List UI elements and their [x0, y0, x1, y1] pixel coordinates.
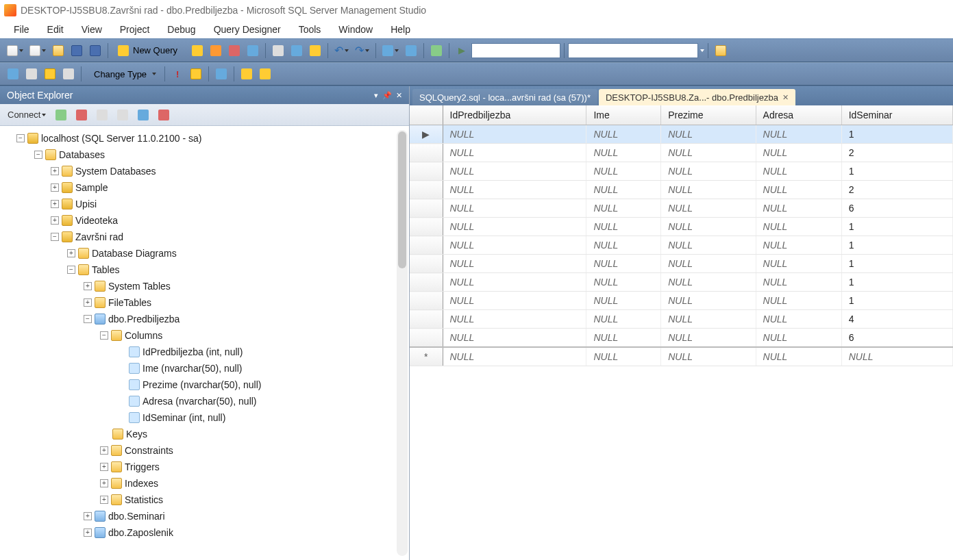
- tree-diagrams-node[interactable]: +Database Diagrams: [4, 245, 406, 262]
- tree-indexes-node[interactable]: +Indexes: [4, 475, 406, 492]
- column-header[interactable]: IdSeminar: [841, 105, 952, 125]
- column-header[interactable]: Ime: [586, 105, 661, 125]
- cell[interactable]: NULL: [443, 310, 586, 329]
- expand-icon[interactable]: +: [67, 249, 75, 257]
- tree-constraints-node[interactable]: +Constraints: [4, 442, 406, 459]
- query-dmx-icon[interactable]: [225, 42, 243, 60]
- tree-file-tables-node[interactable]: +FileTables: [4, 294, 406, 311]
- cell[interactable]: NULL: [586, 236, 661, 255]
- new-row[interactable]: *NULLNULLNULLNULLNULL: [410, 347, 953, 366]
- tree-db-node[interactable]: +Sample: [4, 179, 406, 196]
- query-de-icon[interactable]: [188, 42, 206, 60]
- tree-server-node[interactable]: −localhost (SQL Server 11.0.2100 - sa): [4, 130, 406, 147]
- table-row[interactable]: NULLNULLNULLNULL2: [410, 181, 953, 199]
- connect-button[interactable]: Connect: [4, 106, 49, 124]
- add-new-derived-button[interactable]: [256, 65, 274, 83]
- cell[interactable]: NULL: [443, 199, 586, 218]
- cell[interactable]: NULL: [661, 236, 756, 255]
- cell[interactable]: 1: [841, 218, 952, 236]
- new-project-button[interactable]: [4, 42, 26, 60]
- collapse-icon[interactable]: −: [34, 151, 42, 159]
- column-header[interactable]: Adresa: [756, 105, 841, 125]
- menu-debug[interactable]: Debug: [159, 22, 203, 37]
- tab-sqlquery[interactable]: SQLQuery2.sql - loca...avršni rad (sa (5…: [412, 89, 597, 105]
- cell[interactable]: NULL: [756, 347, 841, 366]
- table-row[interactable]: NULLNULLNULLNULL1: [410, 292, 953, 310]
- nav-fwd-button[interactable]: [402, 42, 420, 60]
- row-selector[interactable]: [410, 255, 443, 273]
- paste-button[interactable]: [306, 42, 324, 60]
- cell[interactable]: NULL: [586, 292, 661, 310]
- add-groupby-button[interactable]: [212, 65, 230, 83]
- cell[interactable]: NULL: [661, 218, 756, 236]
- tree-tables-node[interactable]: −Tables: [4, 262, 406, 278]
- collapse-icon[interactable]: −: [67, 266, 75, 274]
- delete-oe-icon[interactable]: [155, 106, 173, 124]
- tree-databases-node[interactable]: −Databases: [4, 147, 406, 163]
- cell[interactable]: 6: [841, 199, 952, 218]
- expand-icon[interactable]: +: [100, 463, 108, 471]
- cell[interactable]: NULL: [756, 162, 841, 181]
- cell[interactable]: NULL: [661, 329, 756, 348]
- change-type-button[interactable]: Change Type: [85, 65, 161, 83]
- cell[interactable]: 2: [841, 181, 952, 199]
- expand-icon[interactable]: +: [84, 298, 92, 307]
- row-selector[interactable]: [410, 144, 443, 162]
- menu-query-designer[interactable]: Query Designer: [206, 22, 289, 37]
- cell[interactable]: NULL: [586, 162, 661, 181]
- cell[interactable]: NULL: [661, 125, 756, 144]
- expand-icon[interactable]: +: [51, 200, 59, 208]
- menu-file[interactable]: File: [5, 22, 38, 37]
- tree-system-tables-node[interactable]: +System Tables: [4, 278, 406, 294]
- table-row[interactable]: NULLNULLNULLNULL1: [410, 218, 953, 236]
- object-explorer-tree[interactable]: −localhost (SQL Server 11.0.2100 - sa) −…: [0, 126, 409, 560]
- tree-table-node[interactable]: +dbo.Seminari: [4, 508, 406, 524]
- cell[interactable]: NULL: [586, 125, 661, 144]
- cell[interactable]: NULL: [756, 255, 841, 273]
- tree-db-node[interactable]: +Upisi: [4, 196, 406, 212]
- menu-window[interactable]: Window: [330, 22, 381, 37]
- tree-statistics-node[interactable]: +Statistics: [4, 492, 406, 508]
- tree-scrollbar[interactable]: [397, 130, 408, 556]
- cell[interactable]: NULL: [586, 199, 661, 218]
- cell[interactable]: NULL: [443, 347, 586, 366]
- cell[interactable]: NULL: [586, 255, 661, 273]
- expand-icon[interactable]: +: [84, 529, 92, 537]
- cell[interactable]: 6: [841, 329, 952, 348]
- save-all-button[interactable]: [86, 42, 104, 60]
- cell[interactable]: NULL: [756, 329, 841, 348]
- expand-icon[interactable]: +: [51, 216, 59, 225]
- save-button[interactable]: [68, 42, 86, 60]
- tree-triggers-node[interactable]: +Triggers: [4, 459, 406, 475]
- table-row[interactable]: NULLNULLNULLNULL6: [410, 199, 953, 218]
- table-row[interactable]: NULLNULLNULLNULL2: [410, 144, 953, 162]
- copy-button[interactable]: [288, 42, 306, 60]
- solution-combo[interactable]: [471, 43, 560, 58]
- cell[interactable]: NULL: [443, 273, 586, 292]
- cell[interactable]: NULL: [661, 162, 756, 181]
- tree-column-node[interactable]: Ime (nvarchar(50), null): [4, 360, 406, 377]
- tree-columns-node[interactable]: −Columns: [4, 327, 406, 344]
- panel-dropdown-icon[interactable]: ▾: [374, 91, 378, 100]
- table-row[interactable]: NULLNULLNULLNULL4: [410, 310, 953, 329]
- row-selector[interactable]: [410, 292, 443, 310]
- cell[interactable]: NULL: [756, 218, 841, 236]
- tree-table-node[interactable]: +dbo.Zaposlenik: [4, 524, 406, 541]
- cell[interactable]: NULL: [443, 125, 586, 144]
- tree-column-node[interactable]: IdPredbiljezba (int, null): [4, 344, 406, 360]
- cell[interactable]: NULL: [586, 218, 661, 236]
- cell[interactable]: NULL: [443, 236, 586, 255]
- collapse-icon[interactable]: −: [16, 134, 25, 142]
- tree-active-db-node[interactable]: −Završni rad: [4, 229, 406, 245]
- cell[interactable]: 1: [841, 273, 952, 292]
- close-icon[interactable]: ✕: [782, 93, 789, 102]
- panel-close-icon[interactable]: ✕: [396, 91, 402, 100]
- expand-icon[interactable]: +: [100, 446, 108, 455]
- cell[interactable]: 1: [841, 255, 952, 273]
- expand-icon[interactable]: +: [51, 167, 59, 175]
- activity-button[interactable]: [428, 42, 445, 60]
- cell[interactable]: NULL: [756, 181, 841, 199]
- cell[interactable]: NULL: [661, 144, 756, 162]
- new-query-button[interactable]: New Query: [112, 42, 188, 60]
- tree-column-node[interactable]: Prezime (nvarchar(50), null): [4, 377, 406, 393]
